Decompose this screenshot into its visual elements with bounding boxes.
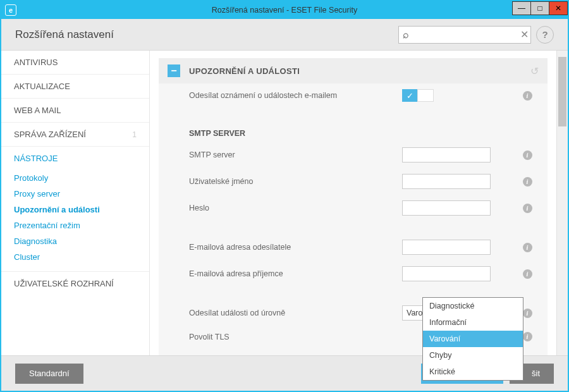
sidebar-sub-diagnostika[interactable]: Diagnostika xyxy=(1,233,149,249)
sidebar-sub-upozorneni[interactable]: Upozornění a události xyxy=(1,202,149,217)
info-icon[interactable]: i xyxy=(523,243,532,252)
search-input[interactable] xyxy=(409,29,518,40)
label-tls: Povolit TLS xyxy=(189,333,402,341)
sidebar: ANTIVIRUS AKTUALIZACE WEB A MAIL SPRÁVA … xyxy=(1,51,150,355)
close-button[interactable]: ✕ xyxy=(549,1,568,15)
sidebar-item-aktualizace[interactable]: AKTUALIZACE xyxy=(1,75,149,99)
maximize-icon: □ xyxy=(537,4,542,13)
input-username[interactable] xyxy=(402,174,491,189)
dd-item-varovani[interactable]: Varování xyxy=(423,331,523,347)
label-smtp-server: SMTP server xyxy=(189,150,402,159)
default-button[interactable]: Standardní xyxy=(15,364,83,384)
minimize-button[interactable]: — xyxy=(512,1,531,15)
row-send-email: Odesílat oznámení o událostech e-mailem … xyxy=(159,83,548,107)
window-title: Rozšířená nastavení - ESET File Security xyxy=(1,6,568,15)
info-icon[interactable]: i xyxy=(523,269,532,279)
toggle-send-email[interactable]: ✓ xyxy=(402,89,434,102)
sidebar-sub-prezentacni[interactable]: Prezentační režim xyxy=(1,217,149,233)
info-icon[interactable]: i xyxy=(523,204,532,213)
scrollbar[interactable] xyxy=(556,51,568,355)
close-icon: ✕ xyxy=(555,4,561,13)
label-level: Odesílat události od úrovně xyxy=(189,309,402,317)
label-password: Heslo xyxy=(189,204,402,212)
label-recipient: E-mailová adresa příjemce xyxy=(189,269,402,278)
sidebar-label: ANTIVIRUS xyxy=(14,58,58,67)
panel-title: UPOZORNĚNÍ A UDÁLOSTI xyxy=(189,66,300,76)
search-icon: ⌕ xyxy=(403,29,409,40)
app-logo: e xyxy=(5,4,16,16)
help-button[interactable]: ? xyxy=(536,26,554,44)
subhead-smtp: SMTP SERVER xyxy=(159,120,548,142)
check-icon: ✓ xyxy=(407,91,413,101)
row-sender: E-mailová adresa odesílatele i xyxy=(159,234,548,260)
help-icon: ? xyxy=(542,29,548,40)
info-icon[interactable]: i xyxy=(523,150,532,160)
input-smtp-server[interactable] xyxy=(402,147,491,162)
dd-item-diagnosticke[interactable]: Diagnostické xyxy=(423,298,523,314)
dd-item-chyby[interactable]: Chyby xyxy=(423,347,523,364)
row-smtp-server: SMTP server i xyxy=(159,142,548,168)
minimize-icon: — xyxy=(518,4,525,13)
input-sender[interactable] xyxy=(402,240,491,255)
sidebar-sub-proxy[interactable]: Proxy server xyxy=(1,186,149,202)
sidebar-item-web-mail[interactable]: WEB A MAIL xyxy=(1,99,149,123)
page-title: Rozšířená nastavení xyxy=(15,28,114,41)
info-icon[interactable]: i xyxy=(523,177,532,187)
label-sender: E-mailová adresa odesílatele xyxy=(189,243,402,252)
sidebar-label: AKTUALIZACE xyxy=(14,82,70,91)
clear-search-icon[interactable]: ✕ xyxy=(518,28,531,40)
sidebar-item-sprava[interactable]: SPRÁVA ZAŘÍZENÍ1 xyxy=(1,123,149,147)
collapse-button[interactable]: − xyxy=(168,64,180,77)
sidebar-sub-cluster[interactable]: Cluster xyxy=(1,249,149,265)
row-recipient: E-mailová adresa příjemce i xyxy=(159,260,548,287)
panel-header: − UPOZORNĚNÍ A UDÁLOSTI ↺ xyxy=(159,58,548,83)
info-icon[interactable]: i xyxy=(523,91,532,101)
sidebar-sub-protokoly[interactable]: Protokoly xyxy=(1,170,149,186)
sidebar-label: SPRÁVA ZAŘÍZENÍ xyxy=(14,130,86,139)
row-password: Heslo i xyxy=(159,195,548,221)
sidebar-item-ui[interactable]: UŽIVATELSKÉ ROZHRANÍ xyxy=(1,272,149,295)
label-send-email: Odesílat oznámení o událostech e-mailem xyxy=(189,91,402,100)
titlebar: e Rozšířená nastavení - ESET File Securi… xyxy=(1,1,568,19)
dd-item-kriticke[interactable]: Kritické xyxy=(423,364,523,380)
search-box[interactable]: ⌕ ✕ xyxy=(398,26,531,44)
sidebar-label: NÁSTROJE xyxy=(14,154,58,163)
info-icon[interactable]: i xyxy=(523,309,532,318)
sidebar-label: UŽIVATELSKÉ ROZHRANÍ xyxy=(14,279,114,288)
sidebar-badge: 1 xyxy=(132,130,137,139)
input-recipient[interactable] xyxy=(402,266,491,281)
label-username: Uživatelské jméno xyxy=(189,177,402,186)
maximize-button[interactable]: □ xyxy=(530,1,549,15)
dropdown-level[interactable]: Diagnostické Informační Varování Chyby K… xyxy=(422,297,523,381)
dd-item-informacni[interactable]: Informační xyxy=(423,314,523,331)
reset-icon[interactable]: ↺ xyxy=(530,65,539,77)
sidebar-label: WEB A MAIL xyxy=(14,106,61,115)
subheader: Rozšířená nastavení ⌕ ✕ ? xyxy=(1,19,568,51)
input-password[interactable] xyxy=(402,200,491,216)
info-icon[interactable]: i xyxy=(523,332,532,341)
scrollbar-thumb[interactable] xyxy=(558,57,566,126)
sidebar-item-antivirus[interactable]: ANTIVIRUS xyxy=(1,51,149,75)
row-username: Uživatelské jméno i xyxy=(159,168,548,195)
sidebar-item-nastroje[interactable]: NÁSTROJE xyxy=(1,147,149,170)
